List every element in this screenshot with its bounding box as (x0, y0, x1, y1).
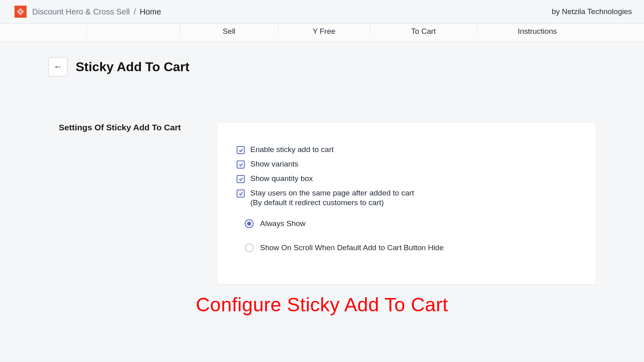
tab-instructions[interactable]: Instructions (477, 24, 598, 41)
checkbox-show-variants[interactable]: Show variants (237, 160, 576, 169)
breadcrumb-current[interactable]: Home (140, 7, 161, 16)
app-logo-icon (14, 6, 27, 18)
header: Discount Hero & Cross Sell / Home by Net… (0, 0, 644, 23)
checkbox-label: Show quantity box (250, 174, 313, 183)
content-row: Settings Of Sticky Add To Cart Enable st… (48, 123, 596, 284)
radio-icon[interactable] (245, 243, 254, 252)
radio-icon[interactable] (245, 219, 254, 228)
checkbox-icon[interactable] (237, 146, 245, 154)
breadcrumb: Discount Hero & Cross Sell / Home (32, 7, 161, 16)
radio-group-display-mode: Always Show Show On Scroll When Default … (245, 219, 576, 252)
tabs-row: Sell Y Free To Cart Instructions (0, 23, 644, 42)
app-name[interactable]: Discount Hero & Cross Sell (32, 7, 130, 16)
checkbox-icon[interactable] (237, 189, 245, 197)
checkbox-label: Stay users on the same page after added … (250, 189, 414, 197)
checkbox-stay-on-page[interactable]: Stay users on the same page after added … (237, 189, 576, 207)
byline[interactable]: by Netzila Technologies (552, 7, 632, 16)
checkbox-sublabel: (By default it redirect customers to car… (250, 198, 414, 207)
back-button[interactable]: ← (48, 57, 68, 76)
tab-sell[interactable]: Sell (180, 24, 278, 41)
page-title-row: ← Sticky Add To Cart (48, 57, 596, 86)
radio-label: Show On Scroll When Default Add to Cart … (260, 243, 444, 252)
checkbox-label: Show variants (250, 160, 298, 169)
checkbox-show-quantity[interactable]: Show quantity box (237, 174, 576, 183)
header-left: Discount Hero & Cross Sell / Home (14, 6, 161, 18)
checkbox-icon[interactable] (237, 175, 245, 183)
radio-label: Always Show (260, 219, 305, 228)
checkbox-label: Enable sticky add to cart (250, 145, 334, 154)
tab-to-cart[interactable]: To Cart (370, 24, 477, 41)
checkbox-enable-sticky[interactable]: Enable sticky add to cart (237, 145, 576, 154)
arrow-left-icon: ← (54, 62, 62, 72)
tab-1[interactable] (87, 24, 180, 41)
tab-0[interactable] (0, 24, 87, 41)
checkbox-icon[interactable] (237, 160, 245, 169)
breadcrumb-separator: / (134, 7, 136, 16)
section-label: Settings Of Sticky Add To Cart (48, 123, 201, 284)
radio-always-show[interactable]: Always Show (245, 219, 576, 228)
caption-overlay: Configure Sticky Add To Cart (48, 294, 596, 316)
tab-y-free[interactable]: Y Free (278, 24, 370, 41)
settings-card: Enable sticky add to cart Show variants … (217, 123, 596, 284)
radio-show-on-scroll[interactable]: Show On Scroll When Default Add to Cart … (245, 243, 576, 252)
page-body: ← Sticky Add To Cart Settings Of Sticky … (0, 42, 644, 316)
page-title: Sticky Add To Cart (76, 60, 190, 74)
